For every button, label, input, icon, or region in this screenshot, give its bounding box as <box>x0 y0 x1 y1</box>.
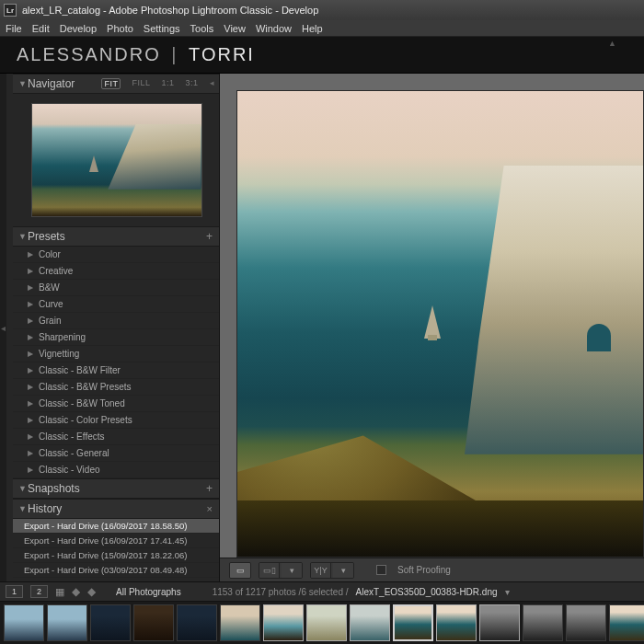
preset-folder[interactable]: ▶Creative <box>13 263 220 280</box>
preset-folder[interactable]: ▶Classic - B&W Toned <box>13 396 220 412</box>
nav-back-icon[interactable]: ◆ <box>72 585 80 598</box>
presets-list: ▶Color▶Creative▶B&W▶Curve▶Grain▶Sharpeni… <box>13 247 220 478</box>
preset-folder[interactable]: ▶Vignetting <box>13 346 220 362</box>
snapshots-panel-header[interactable]: ▼ Snapshots + <box>13 478 220 499</box>
filmstrip-thumb[interactable] <box>393 604 433 641</box>
presets-panel-header[interactable]: ▼ Presets + <box>13 226 220 247</box>
menu-edit[interactable]: Edit <box>32 23 50 34</box>
history-step[interactable]: Export - Hard Drive (16/09/2017 18.58.50… <box>13 519 220 534</box>
add-icon[interactable]: + <box>206 482 214 495</box>
add-icon[interactable]: + <box>206 230 214 243</box>
navigator-thumbnail[interactable] <box>31 103 202 217</box>
history-panel-header[interactable]: ▼ History × <box>13 499 220 519</box>
preset-folder[interactable]: ▶Grain <box>13 313 220 329</box>
filmstrip-thumb[interactable] <box>523 604 563 641</box>
filmstrip-thumb[interactable] <box>133 604 174 641</box>
preset-folder[interactable]: ▶B&W <box>13 280 220 296</box>
app-icon: Lr <box>4 4 17 17</box>
collection-name[interactable]: All Photographs <box>116 587 181 597</box>
main-photo[interactable] <box>236 90 644 558</box>
filmstrip-thumb[interactable] <box>90 604 131 641</box>
filmstrip-thumb[interactable] <box>263 604 304 641</box>
current-filename[interactable]: AlexT_EOS350D_00383-HDR.dng <box>356 587 498 597</box>
navigator-panel-header[interactable]: ▼ Navigator FIT FILL 1:1 3:1 ◂ <box>13 74 220 94</box>
preset-folder[interactable]: ▶Classic - Effects <box>13 429 220 445</box>
main-area: ◂ ▼ Navigator FIT FILL 1:1 3:1 ◂ ▼ Prese… <box>0 74 644 581</box>
menu-photo[interactable]: Photo <box>107 23 133 34</box>
grid-view-icon[interactable]: ▦ <box>55 586 64 598</box>
disclosure-icon: ▶ <box>28 466 33 474</box>
filmstrip-thumb[interactable] <box>47 604 87 641</box>
disclosure-icon: ▶ <box>28 300 33 308</box>
filmstrip-thumb[interactable] <box>479 604 520 641</box>
nav-zoom-fill[interactable]: FILL <box>132 78 150 89</box>
filmstrip-thumb[interactable] <box>350 604 390 641</box>
filmstrip[interactable] <box>0 602 644 644</box>
monitor-1-button[interactable]: 1 <box>6 585 23 598</box>
menu-window[interactable]: Window <box>256 23 292 34</box>
history-step[interactable]: Export - Hard Drive (16/09/2017 17.41.45… <box>13 534 220 548</box>
soft-proofing-label: Soft Proofing <box>397 565 451 575</box>
clear-icon[interactable]: × <box>207 503 214 514</box>
disclosure-icon: ▼ <box>18 232 28 241</box>
filmstrip-thumb[interactable] <box>4 604 44 641</box>
canvas-wrap <box>220 74 644 558</box>
preset-folder[interactable]: ▶Sharpening <box>13 329 220 346</box>
history-step[interactable]: Export - Hard Drive (15/09/2017 18.22.06… <box>13 548 220 563</box>
navigator-zoom-options[interactable]: FIT FILL 1:1 3:1 ◂ <box>101 78 214 89</box>
history-list: Export - Hard Drive (16/09/2017 18.58.50… <box>13 519 220 581</box>
menu-develop[interactable]: Develop <box>60 23 97 34</box>
left-edge-grip[interactable]: ◂ <box>0 74 6 581</box>
menu-file[interactable]: File <box>6 23 22 34</box>
disclosure-icon: ▶ <box>28 432 33 441</box>
disclosure-icon: ▶ <box>28 383 33 391</box>
preset-folder[interactable]: ▶Classic - B&W Presets <box>13 379 220 396</box>
compare-group[interactable]: Y|Y ▾ <box>310 562 354 579</box>
preset-folder[interactable]: ▶Classic - Video <box>13 462 220 478</box>
filmstrip-thumb[interactable] <box>177 604 217 641</box>
filmstrip-thumb[interactable] <box>436 604 477 641</box>
panel-collapse-icon[interactable]: ▲ <box>608 39 616 48</box>
history-step[interactable]: Add Spot Removal <box>13 578 220 581</box>
disclosure-icon: ▶ <box>28 316 33 325</box>
navigator-title: Navigator <box>28 77 101 90</box>
nav-zoom-3:1[interactable]: 3:1 <box>185 78 198 89</box>
photo-count: 1153 of 1217 photos /6 selected / <box>213 587 349 597</box>
filmstrip-thumb[interactable] <box>306 604 347 641</box>
compare-dropdown-icon[interactable]: ▾ <box>333 563 353 578</box>
compare-swap-icon[interactable]: Y|Y <box>311 563 331 578</box>
soft-proofing-checkbox[interactable] <box>376 565 386 575</box>
window-titlebar: Lr alext_LR_catalog - Adobe Photoshop Li… <box>0 0 644 20</box>
menu-settings[interactable]: Settings <box>144 23 180 34</box>
menu-view[interactable]: View <box>224 23 246 34</box>
nav-zoom-1:1[interactable]: 1:1 <box>161 78 174 89</box>
preset-folder[interactable]: ▶Classic - B&W Filter <box>13 362 220 379</box>
disclosure-icon: ▶ <box>28 350 33 358</box>
filmstrip-thumb[interactable] <box>220 604 260 641</box>
disclosure-icon: ▶ <box>28 333 33 341</box>
menu-help[interactable]: Help <box>302 23 323 34</box>
disclosure-icon: ▶ <box>28 283 33 292</box>
menu-bar: FileEditDevelopPhotoSettingsToolsViewWin… <box>0 20 644 37</box>
filename-dropdown-icon[interactable]: ▾ <box>505 587 510 597</box>
before-after-group[interactable]: ▭▯ ▾ <box>259 562 303 579</box>
preset-folder[interactable]: ▶Curve <box>13 296 220 313</box>
disclosure-icon: ▶ <box>28 250 33 259</box>
filmstrip-header: 1 2 ▦ ◆ ◆ All Photographs 1153 of 1217 p… <box>0 581 644 602</box>
disclosure-icon: ▶ <box>28 416 33 424</box>
monitor-2-button[interactable]: 2 <box>30 585 48 598</box>
filmstrip-thumb[interactable] <box>609 604 644 641</box>
menu-tools[interactable]: Tools <box>190 23 214 34</box>
nav-forward-icon[interactable]: ◆ <box>87 585 96 598</box>
before-after-lr-icon[interactable]: ▭▯ <box>259 563 280 578</box>
filmstrip-thumb[interactable] <box>566 604 606 641</box>
nav-zoom-fit[interactable]: FIT <box>101 78 121 89</box>
preset-folder[interactable]: ▶Classic - General <box>13 445 220 462</box>
loupe-view-group[interactable]: ▭ <box>229 562 251 579</box>
preset-folder[interactable]: ▶Color <box>13 247 220 263</box>
preset-folder[interactable]: ▶Classic - Color Presets <box>13 412 220 429</box>
develop-toolbar: ▭ ▭▯ ▾ Y|Y ▾ Soft Proofing <box>220 558 644 581</box>
before-after-dropdown-icon[interactable]: ▾ <box>282 563 302 578</box>
history-step[interactable]: Export - Hard Drive (03/09/2017 08.49.48… <box>13 563 220 578</box>
loupe-view-icon[interactable]: ▭ <box>230 563 250 578</box>
